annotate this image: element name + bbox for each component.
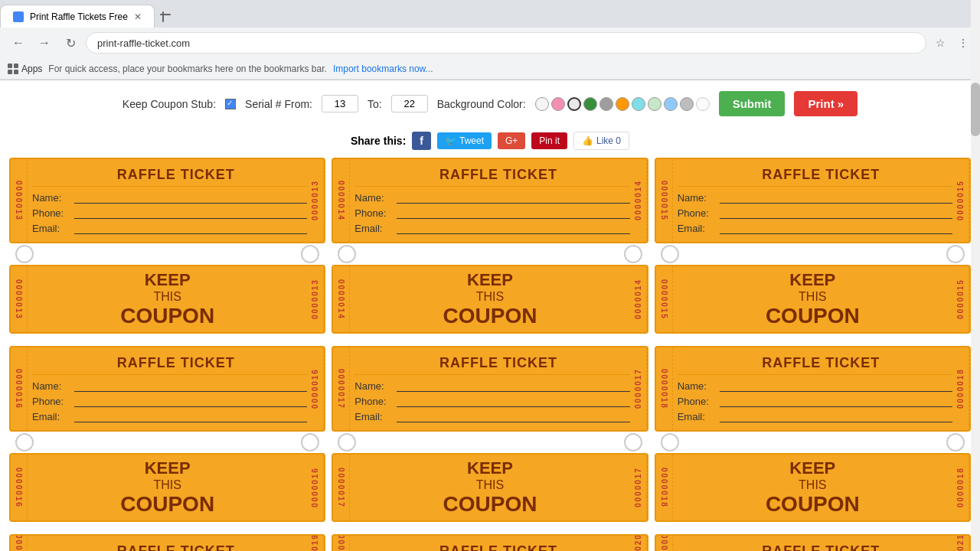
coupon-keep-label: KEEP: [120, 270, 214, 290]
share-bar: Share this: f 🐦 Tweet G+ Pin it 👍 Like 0: [0, 127, 980, 155]
active-tab[interactable]: Print Raffle Tickets Free ✕: [0, 5, 155, 28]
ticket-number-left-13: 0000013: [11, 159, 28, 242]
serial-from-input[interactable]: [322, 95, 358, 112]
google-plus-label: G+: [505, 135, 518, 146]
google-plus-button[interactable]: G+: [498, 132, 525, 149]
tab-bar: Print Raffle Tickets Free ✕: [0, 0, 980, 28]
ticket-email-field-13: Email:: [32, 222, 319, 234]
ticket-row-2: 0000016 RAFFLE TICKET Name: Phone: Email: [8, 343, 972, 435]
ticket-row-group-3: 0000019 RAFFLE TICKET 0000019 0000020 RA…: [8, 531, 972, 551]
color-cyan[interactable]: [632, 97, 645, 111]
menu-button[interactable]: ⋮: [954, 34, 972, 52]
ticket-number-right-15: 0000015: [952, 159, 969, 242]
phone-line: [74, 207, 319, 219]
scrollbar[interactable]: [971, 0, 980, 551]
ticket-number-left-14: 0000014: [333, 159, 350, 242]
raffle-ticket-20: 0000020 RAFFLE TICKET 0000020: [332, 534, 648, 551]
print-button[interactable]: Print »: [794, 91, 858, 116]
coupon-coupon-label: COUPON: [120, 304, 214, 328]
submit-button[interactable]: Submit: [719, 91, 786, 116]
connector-circle: [661, 245, 679, 263]
ticket-title-13: RAFFLE TICKET: [32, 164, 319, 187]
connector-circle: [15, 433, 34, 452]
ticket-phone-field-13: Phone:: [32, 207, 319, 219]
ticket-number-left-17: 0000017: [333, 347, 350, 430]
color-blue[interactable]: [664, 97, 678, 111]
ticket-name-field-15: Name:: [678, 191, 965, 204]
color-silver[interactable]: [680, 97, 694, 111]
page-content: Keep Coupon Stub: Serial # From: To: Bac…: [0, 80, 980, 551]
coupon-content-13: KEEP THIS COUPON: [120, 270, 214, 328]
import-bookmarks-link[interactable]: Import bookmarks now...: [333, 64, 433, 74]
raffle-ticket-14: 0000014 RAFFLE TICKET Name: Phone: Email: [332, 158, 648, 243]
color-lightgreen[interactable]: [648, 97, 662, 111]
tab-close-button[interactable]: ✕: [134, 11, 142, 22]
apps-label: Apps: [21, 64, 42, 74]
serial-to-input[interactable]: [391, 95, 428, 112]
coupon-number-left-15: 0000015: [656, 266, 673, 332]
serial-to-label: To:: [368, 98, 382, 110]
coupon-content-14: KEEP THIS COUPON: [443, 270, 537, 328]
svg-rect-1: [160, 14, 171, 15]
coupon-14: 0000014 KEEP THIS COUPON 0000014: [332, 265, 648, 334]
browser-chrome: Print Raffle Tickets Free ✕ ← → ↻ print-…: [0, 0, 980, 80]
ticket-number-right-14: 0000014: [630, 159, 647, 242]
coupon-row-2: 0000016 KEEP THIS COUPON 0000016 0000017…: [8, 450, 972, 525]
connector-circle: [661, 433, 679, 452]
ticket-row-group-2: 0000016 RAFFLE TICKET Name: Phone: Email: [8, 343, 972, 525]
coupon-number-left-13: 0000013: [11, 266, 28, 332]
ticket-number-left-15: 0000015: [656, 159, 673, 242]
ticket-name-field-14: Name:: [354, 191, 642, 204]
color-pink[interactable]: [551, 97, 565, 111]
bookmark-star-button[interactable]: ☆: [931, 34, 949, 52]
color-lightgray[interactable]: [567, 97, 581, 111]
refresh-button[interactable]: ↻: [60, 32, 81, 54]
coupon-this-label: THIS: [120, 290, 214, 304]
coupon-number-right-13: 0000013: [307, 266, 324, 332]
ticket-title-14: RAFFLE TICKET: [354, 164, 642, 187]
apps-button[interactable]: Apps: [8, 64, 42, 74]
connector-circle: [946, 433, 965, 452]
color-offwhite[interactable]: [696, 97, 710, 111]
coupon-16: 0000016 KEEP THIS COUPON 0000016: [9, 453, 325, 522]
ticket-phone-field-15: Phone:: [678, 207, 965, 219]
new-tab-button[interactable]: [155, 6, 176, 28]
phone-label: Phone:: [32, 207, 74, 219]
scrollbar-thumb[interactable]: [971, 83, 980, 136]
facebook-share-button[interactable]: f: [412, 132, 431, 150]
tweet-button[interactable]: 🐦 Tweet: [437, 132, 492, 149]
back-button[interactable]: ←: [8, 32, 29, 54]
keep-coupon-stub-checkbox[interactable]: [225, 99, 236, 109]
connector-circle: [301, 245, 319, 263]
connector-row-2: [8, 435, 972, 450]
ticket-row-3: 0000019 RAFFLE TICKET 0000019 0000020 RA…: [8, 531, 972, 551]
address-bar[interactable]: print-raffle-ticket.com: [86, 32, 926, 54]
ticket-email-field-14: Email:: [354, 222, 642, 234]
like-button[interactable]: 👍 Like 0: [573, 132, 629, 150]
color-gray[interactable]: [599, 97, 613, 111]
forward-button[interactable]: →: [34, 32, 55, 54]
connector-circle: [624, 245, 642, 263]
color-green[interactable]: [583, 97, 597, 111]
twitter-icon: 🐦: [445, 135, 456, 146]
controls-bar: Keep Coupon Stub: Serial # From: To: Bac…: [0, 80, 980, 127]
share-label: Share this:: [351, 135, 406, 147]
ticket-email-field-15: Email:: [678, 222, 965, 234]
coupon-number-right-15: 0000015: [952, 266, 969, 332]
name-line: [74, 191, 319, 204]
ticket-number-right-16: 0000016: [307, 347, 324, 430]
pinterest-button[interactable]: Pin it: [531, 132, 567, 149]
raffle-ticket-16: 0000016 RAFFLE TICKET Name: Phone: Email: [9, 346, 325, 432]
raffle-ticket-15: 0000015 RAFFLE TICKET Name: Phone: Email: [655, 158, 971, 243]
color-white[interactable]: [535, 97, 549, 111]
connector-row-1: [8, 246, 972, 262]
ticket-number-left-18: 0000018: [656, 347, 673, 430]
facebook-icon: f: [420, 135, 423, 147]
navigation-bar: ← → ↻ print-raffle-ticket.com ☆ ⋮: [0, 28, 980, 58]
ticket-row-1: 0000013 RAFFLE TICKET Name: Phone: Email: [8, 155, 972, 246]
coupon-row-1: 0000013 KEEP THIS COUPON 0000013 0000014…: [8, 262, 972, 337]
coupon-18: 0000018 KEEP THIS COUPON 0000018: [655, 453, 971, 522]
ticket-number-right-17: 0000017: [630, 347, 647, 430]
connector-circle: [338, 433, 356, 452]
color-orange[interactable]: [616, 97, 629, 111]
